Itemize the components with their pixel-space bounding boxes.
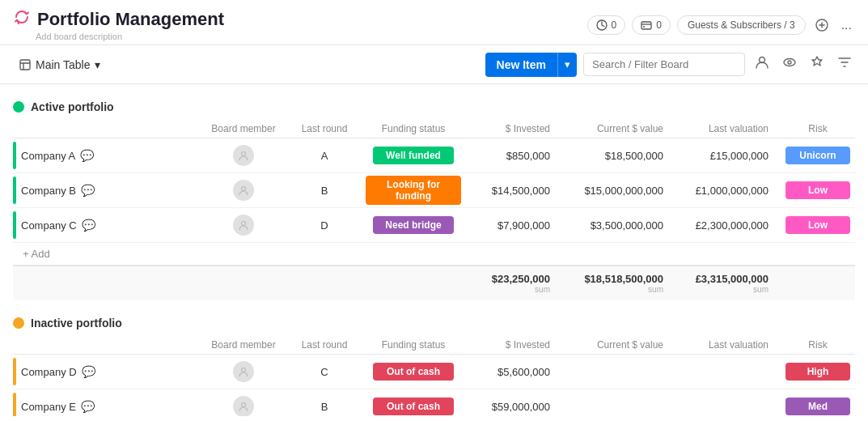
- search-input[interactable]: [583, 53, 745, 76]
- funding-status-cell: Out of cash: [361, 398, 466, 415]
- pin-icon[interactable]: [807, 52, 828, 77]
- col-funding-status: Funding status: [361, 123, 466, 134]
- row-name-cell: Company D 💬: [13, 355, 199, 389]
- new-item-group: New Item ▾: [485, 53, 577, 77]
- guests-pill[interactable]: Guests & Subscribers / 3: [677, 15, 806, 35]
- board-member-cell: [199, 180, 288, 201]
- col-board-member: Board member: [199, 339, 288, 351]
- eye-icon[interactable]: [779, 52, 800, 77]
- row-name: Company C: [21, 219, 77, 232]
- col-funding-status: Funding status: [361, 339, 466, 351]
- svg-point-6: [788, 61, 791, 64]
- table-row[interactable]: Company C 💬 D Need bridge $7,900,000 $3,…: [13, 208, 855, 243]
- row-name-cell: Company A 💬: [13, 138, 199, 172]
- add-guests-button[interactable]: [812, 15, 832, 35]
- board-description[interactable]: Add board description: [36, 32, 224, 41]
- svg-rect-3: [20, 60, 30, 70]
- new-item-button[interactable]: New Item: [485, 53, 557, 77]
- col-last-val: Last valuation: [668, 339, 773, 351]
- toolbar-left: Main Table ▾: [13, 55, 107, 74]
- col-last-round: Last round: [288, 339, 361, 351]
- svg-point-11: [242, 403, 246, 407]
- summary-satisfaction: 4 / 5: [862, 278, 868, 290]
- invested-cell: $14,500,000: [466, 185, 555, 197]
- logo-icon: [13, 8, 31, 30]
- person-icon[interactable]: [752, 52, 773, 77]
- avatar: [233, 361, 254, 382]
- table-row[interactable]: Company D 💬 C Out of cash $5,600,000 Hig…: [13, 355, 855, 389]
- board-member-cell: [199, 145, 288, 166]
- risk-badge: Med: [785, 398, 850, 415]
- table-container: Active portfolio Board member Last round…: [0, 84, 868, 416]
- group-label: Inactive portfolio: [31, 317, 122, 330]
- app-title-text: Portfolio Management: [37, 9, 224, 30]
- activity-counter[interactable]: 0: [587, 15, 626, 35]
- update-count: 0: [656, 19, 662, 31]
- col-current-val: Current $ value: [555, 123, 668, 134]
- row-color-bar: [13, 393, 16, 416]
- col-last-val: Last valuation: [668, 123, 773, 134]
- col-satisfaction: Satisfaction: [862, 339, 868, 351]
- board-member-cell: [199, 215, 288, 236]
- invested-cell: $850,000: [466, 150, 555, 162]
- row-name: Company B: [21, 185, 76, 197]
- current-val-cell: $3,500,000,000: [555, 219, 668, 232]
- summary-current-val: $18,518,500,000 sum: [555, 273, 668, 294]
- satisfaction-cell: ♥♥♥♥♥: [862, 400, 868, 413]
- chat-icon[interactable]: 💬: [82, 219, 95, 232]
- risk-cell: Med: [773, 398, 862, 415]
- satisfaction-cell: ♥♥♥♥♥: [862, 219, 868, 232]
- col-current-val: Current $ value: [555, 339, 668, 351]
- group-active: Active portfolio Board member Last round…: [13, 100, 855, 300]
- chat-icon[interactable]: 💬: [80, 149, 94, 162]
- row-name: Company D: [21, 366, 77, 378]
- avatar: [233, 180, 254, 201]
- group-header-inactive[interactable]: Inactive portfolio: [13, 317, 855, 330]
- summary-current-val-label: sum: [560, 285, 663, 294]
- add-row-button[interactable]: + Add: [13, 243, 855, 265]
- group-label: Active portfolio: [31, 100, 114, 113]
- avatar: [233, 145, 254, 166]
- last-round-cell: D: [288, 219, 361, 232]
- chat-icon[interactable]: 💬: [81, 400, 95, 413]
- activity-count: 0: [612, 19, 617, 31]
- filter-icon[interactable]: [834, 52, 855, 77]
- summary-invested: $23,250,000 sum: [466, 273, 555, 294]
- summary-row: $23,250,000 sum $18,518,500,000 sum £3,3…: [13, 265, 855, 300]
- last-round-cell: B: [288, 185, 361, 197]
- table-row[interactable]: Company B 💬 B Looking for funding $14,50…: [13, 173, 855, 208]
- row-name: Company E: [21, 401, 76, 413]
- svg-point-9: [242, 222, 246, 226]
- invested-cell: $5,600,000: [466, 366, 555, 378]
- svg-rect-0: [641, 22, 651, 29]
- last-round-cell: B: [288, 401, 361, 413]
- current-val-cell: $18,500,000: [555, 150, 668, 162]
- col-board-member: Board member: [199, 123, 288, 134]
- col-invested: $ Invested: [466, 123, 555, 134]
- group-header-active[interactable]: Active portfolio: [13, 100, 855, 113]
- col-risk: Risk: [773, 339, 862, 351]
- group-color-dot: [13, 317, 24, 329]
- svg-point-5: [784, 59, 795, 66]
- table-row[interactable]: Company E 💬 B Out of cash $59,000,000 Me…: [13, 389, 855, 416]
- main-table-button[interactable]: Main Table ▾: [13, 55, 107, 74]
- svg-point-10: [242, 368, 246, 372]
- last-round-cell: C: [288, 366, 361, 378]
- more-options-button[interactable]: ...: [838, 15, 855, 36]
- board-member-cell: [199, 396, 288, 416]
- summary-last-val: £3,315,000,000 sum: [668, 273, 773, 294]
- avatar: [233, 215, 254, 236]
- last-round-cell: A: [288, 150, 361, 162]
- row-name-cell: Company C 💬: [13, 208, 199, 242]
- new-item-dropdown-button[interactable]: ▾: [557, 53, 577, 77]
- risk-cell: Low: [773, 216, 862, 234]
- summary-last-val-val: £3,315,000,000: [673, 273, 768, 285]
- risk-badge: Low: [785, 181, 850, 199]
- update-counter[interactable]: 0: [632, 15, 671, 35]
- row-color-bar: [13, 211, 16, 239]
- funding-status-badge: Out of cash: [373, 363, 454, 381]
- header-right: 0 0 Guests & Subscribers / 3 ...: [587, 15, 855, 36]
- table-row[interactable]: Company A 💬 A Well funded $850,000 $18,5…: [13, 138, 855, 173]
- chat-icon[interactable]: 💬: [81, 184, 95, 197]
- chat-icon[interactable]: 💬: [82, 365, 95, 378]
